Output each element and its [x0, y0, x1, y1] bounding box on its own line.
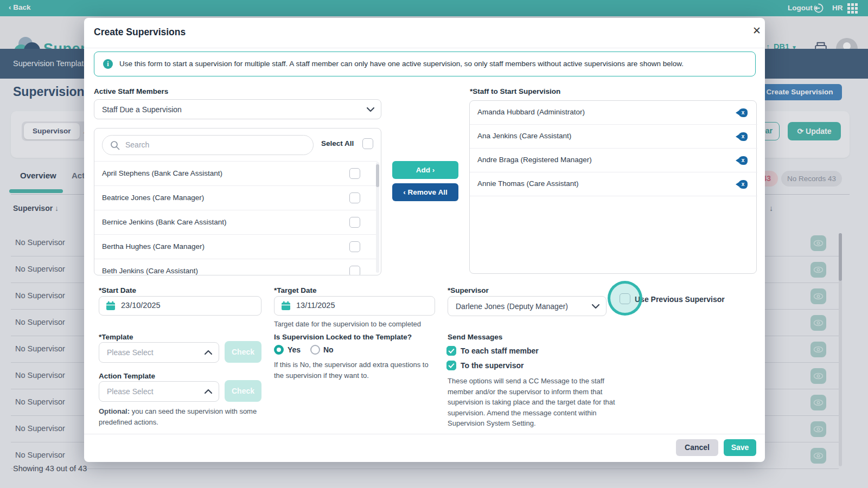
chevron-up-icon [205, 350, 212, 355]
send-supervisor-checkbox[interactable] [446, 361, 456, 370]
chevron-right-icon: › [432, 166, 435, 174]
staff-checkbox[interactable] [349, 168, 360, 179]
available-staff-row[interactable]: Bertha Hughes (Care Manager) [94, 234, 378, 259]
action-template-label: Action Template [99, 372, 155, 380]
available-staff-row[interactable]: April Stephens (Bank Care Assistant) [94, 161, 378, 185]
radio-no-label: No [323, 345, 334, 354]
radio-yes[interactable] [274, 345, 284, 355]
target-date-label: *Target Date [274, 286, 317, 294]
available-staff-list: Search Select All April Stephens (Bank C… [94, 128, 381, 275]
start-date-value: 23/10/2025 [121, 301, 161, 310]
chevron-up-icon [205, 389, 212, 394]
chevron-down-icon [367, 107, 374, 112]
remove-staff-icon[interactable]: x [738, 156, 748, 165]
send-supervisor-label: To the supervisor [461, 361, 524, 370]
supervisor-value: Darlene Jones (Deputy Manager) [456, 302, 568, 311]
available-staff-row[interactable]: Beth Jenkins (Care Assistant) [94, 259, 378, 275]
staff-checkbox[interactable] [349, 192, 360, 203]
target-date-help: Target date for the supervision to be co… [274, 319, 437, 330]
remove-staff-icon[interactable]: x [738, 132, 748, 141]
optional-note: Optional: you can seed the supervision w… [99, 406, 278, 427]
available-staff-row[interactable]: Beatrice Jones (Care Manager) [94, 185, 378, 210]
staff-name: Ana Jenkins (Care Assistant) [477, 132, 571, 140]
staff-checkbox[interactable] [349, 217, 360, 228]
staff-name: Beatrice Jones (Care Manager) [102, 194, 204, 202]
radio-no[interactable] [310, 345, 320, 355]
modal-title: Create Supervisions [94, 27, 186, 38]
supervisor-select[interactable]: Darlene Jones (Deputy Manager) [448, 296, 607, 316]
close-icon[interactable]: ✕ [749, 23, 764, 38]
search-input[interactable]: Search [102, 135, 314, 155]
send-messages-help: These options will send a CC Message to … [448, 376, 617, 429]
action-check-button[interactable]: Check [225, 380, 261, 402]
staff-name: Beth Jenkins (Care Assistant) [102, 267, 198, 275]
supervisor-label: *Supervisor [448, 286, 489, 294]
template-select[interactable]: Please Select [99, 342, 219, 363]
start-date-input[interactable]: 23/10/2025 [99, 296, 261, 316]
staff-filter-value: Staff Due a Supervision [102, 105, 182, 114]
divider [84, 434, 765, 434]
active-staff-label: Active Staff Members [94, 87, 168, 95]
target-date-value: 13/11/2025 [296, 301, 335, 310]
radio-yes-label: Yes [288, 345, 301, 354]
locked-help: If this is No, the supervisor add extra … [274, 359, 437, 381]
use-previous-supervisor-label: Use Previous Supervisor [635, 295, 725, 304]
info-text: Use this form to start a supervision for… [119, 60, 684, 68]
staff-checkbox[interactable] [349, 266, 360, 275]
remove-staff-icon[interactable]: x [738, 180, 748, 189]
selected-staff-label: *Staff to Start Supervision [470, 87, 560, 95]
create-supervisions-modal: Create Supervisions ✕ i Use this form to… [84, 18, 765, 462]
action-template-select[interactable]: Please Select [99, 381, 219, 402]
staff-checkbox[interactable] [349, 241, 360, 252]
locked-label: Is Supervision Locked to the Template? [274, 333, 412, 341]
template-label: *Template [99, 333, 133, 341]
info-banner: i Use this form to start a supervision f… [94, 52, 756, 76]
save-button[interactable]: Save [724, 439, 756, 456]
send-staff-label: To each staff member [461, 346, 539, 355]
search-icon [110, 140, 120, 150]
template-check-button[interactable]: Check [225, 341, 261, 363]
template-placeholder: Please Select [107, 348, 154, 357]
staff-name: Annie Thomas (Care Assistant) [477, 179, 579, 188]
send-staff-checkbox[interactable] [446, 346, 456, 356]
staff-name: Bernice Jenkins (Bank Care Assistant) [102, 218, 227, 226]
staff-name: April Stephens (Bank Care Assistant) [102, 169, 222, 177]
cursor-highlight [608, 281, 642, 316]
selected-staff-row: Andre Braga (Registered Manager) x [470, 149, 757, 172]
start-date-label: *Start Date [99, 286, 136, 294]
action-template-placeholder: Please Select [107, 387, 154, 396]
remove-all-button[interactable]: ‹ Remove All [392, 183, 458, 201]
staff-filter-select[interactable]: Staff Due a Supervision [94, 99, 381, 119]
list-scrollbar-thumb[interactable] [376, 164, 379, 187]
staff-name: Bertha Hughes (Care Manager) [102, 242, 205, 251]
selected-staff-row: Annie Thomas (Care Assistant) x [470, 172, 757, 196]
cancel-button[interactable]: Cancel [676, 439, 718, 456]
calendar-icon [281, 301, 291, 311]
available-staff-row[interactable]: Bernice Jenkins (Bank Care Assistant) [94, 210, 378, 234]
staff-name: Andre Braga (Registered Manager) [477, 156, 592, 164]
send-messages-label: Send Messages [448, 333, 502, 341]
selected-staff-row: Ana Jenkins (Care Assistant) x [470, 125, 757, 149]
chevron-left-icon: ‹ [403, 188, 406, 196]
screen: ‹ Back Logout HR Super ↑ DB1 ▼ Supervisi… [0, 0, 868, 488]
staff-name: Amanda Hubbard (Administrator) [477, 108, 585, 116]
add-button[interactable]: Add › [392, 161, 458, 179]
divider [84, 48, 765, 48]
selected-staff-list: Amanda Hubbard (Administrator) x Ana Jen… [469, 100, 757, 274]
remove-staff-icon[interactable]: x [738, 108, 748, 117]
select-all-checkbox[interactable] [362, 138, 373, 149]
selected-staff-row: Amanda Hubbard (Administrator) x [470, 101, 757, 125]
select-all-label: Select All [321, 139, 354, 147]
calendar-icon [106, 301, 116, 311]
target-date-input[interactable]: 13/11/2025 [274, 296, 435, 316]
info-icon: i [103, 59, 113, 69]
search-placeholder: Search [125, 140, 149, 149]
chevron-down-icon [592, 304, 599, 309]
